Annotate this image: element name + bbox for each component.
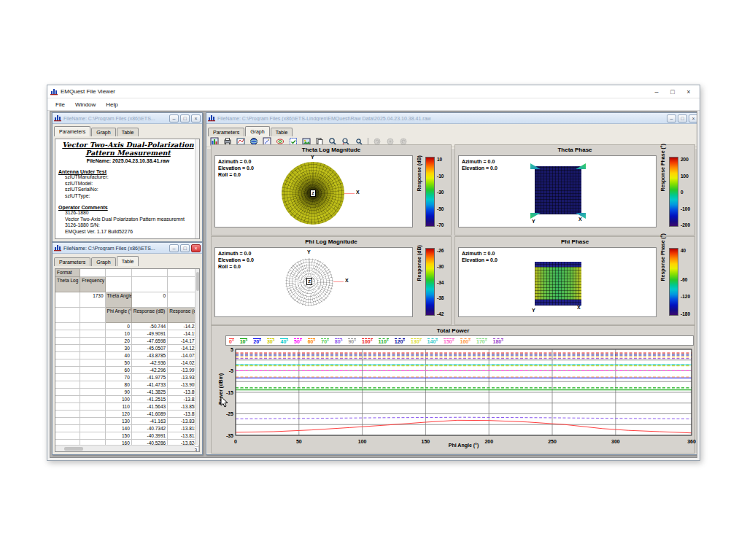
table-cell <box>80 352 105 359</box>
legend-item[interactable]: 0° <box>229 338 234 344</box>
legend-item[interactable]: 30° <box>267 338 275 344</box>
theta-angle-header-cell: Theta Angle (°) <box>106 292 132 308</box>
child-minimize-button[interactable]: – <box>169 114 179 122</box>
phi-phase-3d-surface <box>535 262 581 306</box>
child-restore-button[interactable]: □ <box>180 114 190 122</box>
table-horizontal-scrollbar[interactable] <box>55 445 195 451</box>
table-vertical-scrollbar[interactable] <box>195 269 199 445</box>
parameters-vertical-scrollbar[interactable] <box>195 139 199 238</box>
measurement-title-line1: Vector Two-Axis Dual-Polarization <box>58 141 198 149</box>
table-row: 150-40.3991-13.812 <box>55 432 199 440</box>
total-power-chart[interactable]: 5-5-15-25-35050100150200250300360 <box>212 347 696 454</box>
phi-angle-axis-label: Phi Angle (°) <box>236 443 692 448</box>
response1-column-header: Response (dB) <box>132 308 168 323</box>
menu-file[interactable]: File <box>50 101 70 108</box>
legend-item[interactable]: 160° <box>460 338 471 344</box>
legend-item[interactable]: 150° <box>444 338 454 344</box>
table-row: 40-43.8785-14.075 <box>55 352 199 359</box>
table-cell <box>55 345 80 352</box>
table-tab-strip: Parameters Graph Table <box>53 254 202 266</box>
data-table[interactable]: Format Theta Log Magnitude Frequency (MH… <box>55 268 200 452</box>
child-restore-button[interactable]: □ <box>180 244 190 252</box>
phi-log-magnitude-plot[interactable]: Azimuth = 0.0Elevation = 0.0Roll = 0.0 Y… <box>214 247 413 317</box>
parameters-tab-strip: Parameters Graph Table <box>53 124 202 136</box>
z-axis-label: Z <box>306 278 312 285</box>
legend-item[interactable]: 20° <box>253 338 261 344</box>
annotation-line: Elevation = 0.0 <box>218 257 254 263</box>
colorbar-tick: -26 <box>437 248 444 253</box>
legend-item[interactable]: 40° <box>280 338 288 344</box>
maximize-button[interactable]: □ <box>665 86 681 98</box>
tab-graph[interactable]: Graph <box>91 257 115 266</box>
tab-graph[interactable]: Graph <box>245 126 269 136</box>
child-close-button[interactable]: × <box>191 114 201 122</box>
parameters-child-titlebar[interactable]: FileName: C:\Program Files (x86)\ETS... … <box>53 113 202 124</box>
tab-table[interactable]: Table <box>117 128 139 136</box>
antenna-field-line: szIUTSerialNo: <box>65 187 198 193</box>
table-cell <box>80 330 105 338</box>
legend-item[interactable]: 70° <box>321 338 329 344</box>
legend-item[interactable]: 80° <box>335 338 343 344</box>
colorbar-ticks: 40-60-120-180 <box>681 250 695 314</box>
menu-help[interactable]: Help <box>101 101 123 108</box>
tab-parameters[interactable]: Parameters <box>208 128 244 136</box>
table-cell <box>55 425 80 432</box>
close-button[interactable]: × <box>681 86 697 98</box>
legend-item[interactable]: 130° <box>411 338 421 344</box>
table-cell <box>80 345 105 352</box>
legend-item[interactable]: 140° <box>427 338 438 344</box>
phi-angle-column-header: Phi Angle (°) <box>106 308 132 323</box>
legend-item[interactable]: 10° <box>240 338 248 344</box>
table-cell: -49.9091 <box>132 330 168 338</box>
tab-parameters[interactable]: Parameters <box>54 126 90 136</box>
legend-item[interactable]: 180° <box>493 338 503 344</box>
child-close-button[interactable]: × <box>689 114 697 122</box>
y-axis-label: Y <box>307 249 311 254</box>
table-cell <box>80 418 105 425</box>
colorbar-label: Response (dB) <box>417 274 422 281</box>
table-cell <box>55 389 80 396</box>
colorbar-tick: 100 <box>681 173 689 178</box>
table-cell: -41.4733 <box>132 381 168 389</box>
legend-item[interactable]: 120° <box>395 338 405 344</box>
annotation-line: Elevation = 0.0 <box>462 165 498 171</box>
phi-phase-plot[interactable]: Azimuth = 0.0Elevation = 0.0 Y X <box>458 247 657 317</box>
parameters-child-title: FileName: C:\Program Files (x86)\ETS... <box>63 116 168 121</box>
colorbar-tick: -38 <box>437 295 444 300</box>
legend-item[interactable]: 60° <box>308 338 316 344</box>
table-cell: -40.3991 <box>132 432 168 440</box>
annotation-line: Elevation = 0.0 <box>218 165 254 171</box>
child-close-button[interactable]: × <box>191 244 201 252</box>
table-cell: -41.9775 <box>132 374 168 381</box>
table-cell: -42.936 <box>132 359 168 367</box>
main-titlebar[interactable]: EMQuest File Viewer – □ × <box>47 85 700 98</box>
colorbar-tick: 40 <box>681 248 686 253</box>
colorbar-tick: 10 <box>437 157 442 162</box>
table-row: 20-47.6598-14.177 <box>55 338 199 345</box>
legend-item[interactable]: 170° <box>476 338 487 344</box>
legend-item[interactable]: 100° <box>362 338 372 344</box>
colorbar-label: Response (dB) <box>417 184 422 192</box>
table-cell: 40 <box>106 352 132 359</box>
child-restore-button[interactable]: □ <box>678 114 687 122</box>
graph-client-area: Theta Log Magnitude Azimuth = 0.0Elevati… <box>207 149 697 454</box>
theta-phase-plot[interactable]: Azimuth = 0.0Elevation = 0.0 Y X <box>458 155 657 228</box>
child-minimize-button[interactable]: – <box>169 244 179 252</box>
theta-log-magnitude-plot[interactable]: Azimuth = 0.0Elevation = 0.0Roll = 0.0 Y… <box>214 155 413 228</box>
legend-item[interactable]: 90° <box>348 338 356 344</box>
legend-item[interactable]: 50° <box>294 338 302 344</box>
tab-graph[interactable]: Graph <box>91 128 115 136</box>
menu-window[interactable]: Window <box>70 101 101 108</box>
legend-item[interactable]: 110° <box>379 338 389 344</box>
minimize-button[interactable]: – <box>649 86 665 98</box>
annotation-line: Azimuth = 0.0 <box>218 158 254 165</box>
mouse-cursor <box>220 397 229 408</box>
tab-table[interactable]: Table <box>117 256 139 266</box>
table-child-titlebar[interactable]: FileName: C:\Program Files (x86)\ETS... … <box>53 243 202 254</box>
child-minimize-button[interactable]: – <box>667 114 676 122</box>
x-axis-label: X <box>578 217 582 222</box>
tab-parameters[interactable]: Parameters <box>54 257 90 266</box>
tab-table[interactable]: Table <box>271 128 293 136</box>
graph-child-titlebar[interactable]: FileName: C:\Program Files (x86)\ETS-Lin… <box>206 113 697 124</box>
table-cell <box>55 418 80 425</box>
